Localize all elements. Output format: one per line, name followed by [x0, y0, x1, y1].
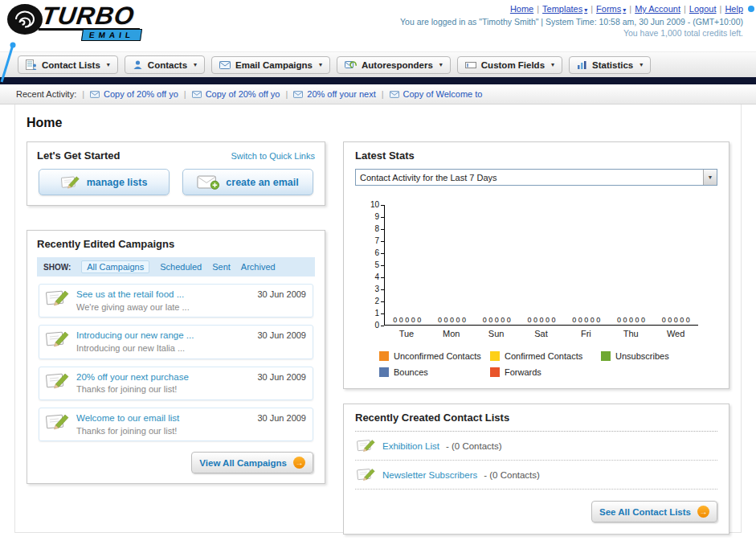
link-templates-label: Templates: [542, 4, 582, 14]
recent-activity-item[interactable]: Copy of 20% off yo: [90, 89, 178, 99]
legend-swatch: [379, 367, 389, 377]
see-all-contact-lists-label: See All Contact Lists: [599, 507, 691, 517]
chart-y-axis: 109876543210: [363, 205, 384, 326]
chart-x-label: Sun: [474, 329, 519, 338]
contact-list-item: Exhibition List - (0 Contacts): [355, 432, 717, 461]
stats-period-value: Contact Activity for the Last 7 Days: [360, 173, 497, 182]
filter-all-campaigns[interactable]: All Campaigns: [81, 260, 149, 273]
tab-contact-lists[interactable]: Contact Lists ▾: [18, 55, 118, 74]
tab-statistics[interactable]: Statistics ▾: [569, 56, 651, 74]
contact-lists-icon: [26, 59, 37, 70]
stats-chart: 109876543210 0 0 0 0 00 0 0 0 00 0 0 0 0…: [355, 205, 717, 377]
email-campaigns-icon: [219, 61, 231, 69]
manage-lists-button[interactable]: manage lists: [39, 169, 170, 195]
contact-lists-panel: Recently Created Contact Lists Exhibitio…: [343, 404, 729, 535]
pencil-paper-icon: [357, 438, 376, 453]
recent-activity-item[interactable]: Copy of 20% off yo: [192, 89, 280, 99]
left-column: Let's Get Started Switch to Quick Links …: [27, 141, 325, 484]
tab-custom-fields[interactable]: Custom Fields ▾: [457, 56, 562, 74]
contact-list-meta: - (0 Contacts): [446, 441, 502, 451]
tab-contacts[interactable]: Contacts ▾: [125, 55, 205, 74]
campaign-date: 30 Jun 2009: [257, 412, 306, 423]
tab-label: Statistics: [592, 60, 633, 70]
chart-value-labels: 0 0 0 0 0: [385, 316, 430, 325]
activity-separator: |: [285, 89, 288, 99]
legend-swatch: [490, 367, 500, 377]
login-info: You are logged in as "Timothy Smith" | S…: [400, 17, 743, 27]
campaign-date: 30 Jun 2009: [257, 371, 306, 382]
contact-list-item: Newsletter Subscribers - (0 Contacts): [355, 461, 717, 490]
create-email-button[interactable]: create an email: [182, 169, 313, 195]
legend-item: Bounces: [379, 367, 490, 377]
legend-label: Unsubscribes: [615, 351, 669, 361]
switch-quick-links-link[interactable]: Switch to Quick Links: [231, 151, 315, 161]
campaign-row: Welcome to our email list Thanks for joi…: [39, 408, 313, 441]
filter-archived[interactable]: Archived: [241, 262, 276, 272]
contact-list-link[interactable]: Newsletter Subscribers: [382, 470, 477, 480]
contact-list-link[interactable]: Exhibition List: [382, 441, 439, 451]
caret-down-icon: ▾: [623, 6, 626, 14]
pencil-paper-icon: [46, 412, 70, 432]
main-content: Home Let's Get Started Switch to Quick L…: [14, 104, 742, 533]
contact-lists-title: Recently Created Contact Lists: [355, 412, 717, 432]
caret-down-icon: ▾: [584, 6, 587, 14]
get-started-title: Let's Get Started: [37, 150, 121, 162]
link-forms[interactable]: Forms▾: [596, 4, 626, 14]
campaign-title-link[interactable]: Introducing our new range ...: [76, 330, 194, 342]
chart-value-labels: 0 0 0 0 0: [564, 316, 609, 325]
autoresponders-icon: [345, 60, 357, 69]
caret-down-icon: ▾: [107, 61, 110, 68]
arrow-right-icon: →: [697, 506, 709, 518]
app-logo[interactable]: TURBO EMAIL: [6, 3, 141, 41]
tab-autoresponders[interactable]: Autoresponders ▾: [337, 56, 451, 74]
campaign-title-link[interactable]: See us at the retail food ...: [76, 289, 190, 301]
activity-item-label: Copy of 20% off yo: [104, 89, 178, 99]
campaign-title-link[interactable]: 20% off your next purchase: [76, 371, 189, 384]
activity-item-label: Copy of Welcome to: [403, 89, 483, 99]
pencil-paper-icon: [46, 289, 70, 308]
link-templates[interactable]: Templates▾: [542, 4, 587, 14]
tab-label: Autoresponders: [362, 60, 433, 70]
get-started-panel: Let's Get Started Switch to Quick Links …: [27, 141, 325, 206]
tab-email-campaigns[interactable]: Email Campaigns ▾: [211, 56, 330, 74]
contacts-icon: [133, 59, 143, 70]
create-email-label: create an email: [226, 177, 298, 188]
link-separator: |: [629, 4, 631, 14]
campaign-row: 20% off your next purchase Thanks for jo…: [39, 367, 313, 400]
latest-stats-title: Latest Stats: [355, 150, 717, 162]
logo-antenna-decoration: [0, 42, 18, 84]
see-all-contact-lists-button[interactable]: See All Contact Lists →: [591, 501, 717, 522]
pencil-paper-icon: [357, 467, 376, 482]
legend-label: Confirmed Contacts: [505, 351, 582, 361]
link-help[interactable]: Help: [725, 4, 743, 14]
chart-value-labels: 0 0 0 0 0: [653, 316, 698, 325]
envelope-plus-icon: [197, 174, 219, 190]
activity-item-label: Copy of 20% off yo: [206, 89, 280, 99]
chart-value-labels: 0 0 0 0 0: [474, 316, 519, 325]
view-all-campaigns-button[interactable]: View All Campaigns →: [191, 452, 313, 473]
recent-activity-item[interactable]: Copy of Welcome to: [390, 89, 483, 99]
campaign-date: 30 Jun 2009: [257, 289, 306, 299]
filter-sent[interactable]: Sent: [212, 262, 231, 272]
link-my-account[interactable]: My Account: [635, 4, 680, 14]
link-forms-label: Forms: [596, 4, 621, 14]
caret-down-icon: ▾: [439, 61, 443, 68]
caret-down-icon: ▾: [194, 61, 197, 68]
legend-label: Unconfirmed Contacts: [394, 351, 481, 361]
activity-separator: |: [382, 89, 384, 99]
link-home[interactable]: Home: [510, 4, 533, 14]
filter-scheduled[interactable]: Scheduled: [160, 262, 202, 272]
chart-x-label: Sat: [519, 329, 564, 338]
logo-swirl-icon: [6, 3, 43, 37]
chart-x-label: Fri: [563, 329, 608, 338]
tab-label: Contacts: [148, 60, 187, 70]
legend-swatch: [379, 351, 389, 361]
link-logout[interactable]: Logout: [689, 4, 717, 14]
activity-separator: |: [82, 89, 84, 99]
campaign-title-link[interactable]: Welcome to our email list: [76, 412, 179, 425]
credits-info: You have 1,000 total credits left.: [400, 28, 743, 38]
recent-activity-item[interactable]: 20% off your next: [293, 89, 375, 99]
chart-x-label: Mon: [429, 329, 474, 338]
stats-period-select[interactable]: Contact Activity for the Last 7 Days ▼: [355, 169, 717, 186]
top-nav-links: Home|Templates▾|Forms▾|My Account|Logout…: [400, 4, 743, 14]
